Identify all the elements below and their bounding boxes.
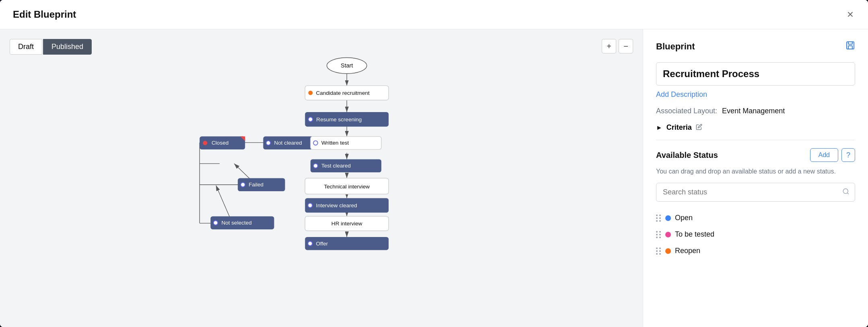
canvas-area: Draft Published + − <box>0 29 643 327</box>
svg-text:Technical interview: Technical interview <box>324 184 370 190</box>
criteria-label: Criteria <box>666 123 692 132</box>
svg-point-30 <box>308 203 313 208</box>
modal-header: Edit Blueprint × <box>0 0 868 29</box>
zoom-in-button[interactable]: + <box>602 39 616 53</box>
drag-handle[interactable] <box>656 231 661 238</box>
status-name-reopen: Reopen <box>675 247 700 255</box>
svg-point-19 <box>308 117 313 122</box>
drag-handle[interactable] <box>656 215 661 222</box>
tab-draft[interactable]: Draft <box>10 39 42 55</box>
svg-rect-42 <box>848 46 852 49</box>
tab-published[interactable]: Published <box>43 39 92 55</box>
modal-title: Edit Blueprint <box>13 9 76 20</box>
svg-point-28 <box>241 182 245 187</box>
svg-point-36 <box>203 141 207 145</box>
svg-point-17 <box>308 91 313 95</box>
svg-point-21 <box>266 141 271 145</box>
search-icon <box>842 188 849 197</box>
svg-text:HR interview: HR interview <box>331 221 362 227</box>
add-description-link[interactable]: Add Description <box>656 90 855 99</box>
close-button[interactable]: × <box>845 7 855 22</box>
status-item-reopen: Reopen <box>656 243 855 259</box>
right-panel: Blueprint Add Description Associ <box>643 29 868 327</box>
associated-layout: Associated Layout: Event Management <box>656 107 855 115</box>
criteria-row: ► Criteria <box>656 123 855 132</box>
associated-layout-label: Associated Layout: <box>656 107 717 115</box>
svg-text:Not cleared: Not cleared <box>274 140 302 146</box>
available-status-header: Available Status Add ? <box>656 148 855 162</box>
status-name-open: Open <box>675 214 693 222</box>
edit-blueprint-modal: Edit Blueprint × Draft Published + − <box>0 0 868 327</box>
blueprint-name-input[interactable] <box>656 62 855 86</box>
status-dot-open <box>665 215 671 221</box>
status-list: Open To be tested <box>656 210 855 259</box>
svg-point-32 <box>214 221 218 225</box>
svg-text:Failed: Failed <box>249 182 263 188</box>
svg-text:Offer: Offer <box>316 241 328 247</box>
criteria-chevron-icon: ► <box>656 124 662 131</box>
svg-point-38 <box>308 241 313 246</box>
status-name-to-be-tested: To be tested <box>675 230 714 239</box>
svg-text:Closed: Closed <box>212 140 228 146</box>
available-status-title: Available Status <box>656 151 718 160</box>
flowchart: Start Candidate recruitment Resume scree… <box>0 29 643 327</box>
svg-text:Interview cleared: Interview cleared <box>316 202 357 208</box>
svg-text:Start: Start <box>341 62 353 69</box>
canvas-controls: + − <box>602 39 633 53</box>
search-status-input[interactable] <box>656 183 855 202</box>
svg-text:Written test: Written test <box>321 140 349 146</box>
panel-title: Blueprint <box>656 41 695 52</box>
panel-save-icon[interactable] <box>845 41 855 53</box>
svg-rect-41 <box>848 42 852 44</box>
status-dot-reopen <box>665 248 671 254</box>
search-status-container <box>656 183 855 202</box>
svg-point-23 <box>313 141 318 145</box>
svg-point-43 <box>843 188 848 193</box>
panel-header: Blueprint <box>656 41 855 53</box>
svg-line-44 <box>847 192 848 194</box>
help-button[interactable]: ? <box>841 148 855 162</box>
canvas-tabs: Draft Published <box>10 39 92 55</box>
svg-text:Not selected: Not selected <box>221 220 251 226</box>
svg-text:Resume screening: Resume screening <box>316 116 362 123</box>
status-btn-group: Add ? <box>810 148 855 162</box>
svg-text:Test cleared: Test cleared <box>321 163 351 169</box>
drag-handle[interactable] <box>656 247 661 255</box>
status-item-open: Open <box>656 210 855 226</box>
svg-text:Candidate recruitment: Candidate recruitment <box>316 90 370 96</box>
divider <box>656 140 855 140</box>
criteria-edit-button[interactable] <box>696 124 702 132</box>
zoom-out-button[interactable]: − <box>619 39 633 53</box>
add-status-button[interactable]: Add <box>810 148 838 162</box>
modal-body: Draft Published + − <box>0 29 868 327</box>
status-item-to-be-tested: To be tested <box>656 226 855 243</box>
associated-layout-value: Event Management <box>722 107 785 115</box>
svg-point-25 <box>313 164 318 168</box>
status-dot-to-be-tested <box>665 232 671 237</box>
status-description: You can drag and drop an available statu… <box>656 167 855 176</box>
